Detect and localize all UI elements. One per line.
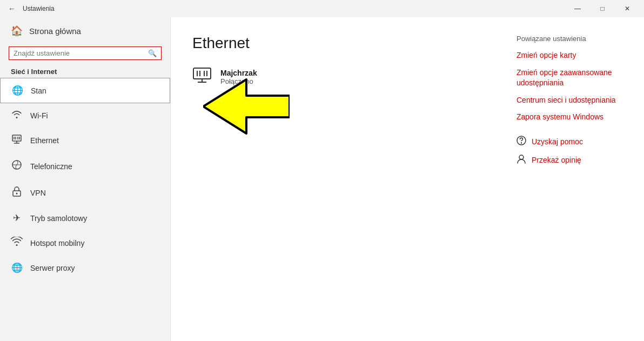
sidebar-item-serwer-proxy[interactable]: 🌐 Serwer proxy: [0, 256, 170, 280]
sidebar-item-wifi[interactable]: Wi-Fi: [0, 103, 170, 128]
sidebar-item-ethernet[interactable]: Ethernet: [0, 128, 170, 153]
svg-point-10: [16, 193, 18, 195]
help-item-uzyskaj-pomoc[interactable]: Uzyskaj pomoc: [516, 136, 631, 148]
home-icon: 🏠: [11, 25, 23, 37]
ethernet-icon: [11, 134, 23, 146]
sidebar-item-stan[interactable]: 🌐 Stan: [0, 78, 170, 103]
vpn-icon: [11, 186, 23, 199]
titlebar: ← Ustawienia — □ ✕: [0, 0, 644, 17]
link-zmien-opcje-zaawansowane[interactable]: Zmień opcje zaawansowane udostępniania: [516, 68, 631, 89]
sidebar-item-label-serwer-proxy: Serwer proxy: [30, 264, 75, 272]
sidebar-item-label-ethernet: Ethernet: [30, 136, 59, 145]
network-name: Majchrzak: [220, 69, 257, 77]
sidebar-item-hotspot[interactable]: Hotspot mobilny: [0, 230, 170, 256]
link-centrum-sieci[interactable]: Centrum sieci i udostępniania: [516, 95, 631, 106]
link-zapora[interactable]: Zapora systemu Windows: [516, 112, 631, 123]
help-section: Uzyskaj pomoc Przekaż opinię: [516, 136, 631, 166]
sidebar-item-label-telefoniczne: Telefoniczne: [30, 162, 72, 171]
search-input[interactable]: [14, 49, 145, 57]
page-title: Ethernet: [192, 35, 482, 52]
titlebar-title: Ustawienia: [23, 5, 565, 12]
main-layout: 🏠 Strona główna 🔍 Sieć i Internet 🌐 Stan…: [0, 17, 644, 341]
back-arrow-icon: ←: [8, 4, 16, 13]
titlebar-back-button[interactable]: ←: [4, 1, 19, 16]
sidebar-section-label: Sieć i Internet: [0, 64, 170, 78]
hotspot-icon: [11, 237, 23, 249]
sidebar-item-label-wifi: Wi-Fi: [30, 111, 48, 120]
sidebar-item-label-stan: Stan: [31, 86, 46, 95]
home-label: Strona główna: [29, 26, 81, 36]
help-label-uzyskaj-pomoc: Uzyskaj pomoc: [532, 137, 583, 146]
wifi-icon: [11, 110, 23, 121]
sidebar-item-label-hotspot: Hotspot mobilny: [30, 239, 84, 248]
minimize-button[interactable]: —: [565, 0, 590, 17]
tryb-samolotowy-icon: ✈: [11, 212, 23, 224]
window-controls: — □ ✕: [565, 0, 640, 17]
right-panel: Powiązane ustawienia Zmień opcje karty Z…: [504, 17, 644, 341]
svg-marker-18: [203, 79, 290, 133]
serwer-proxy-icon: 🌐: [11, 262, 23, 273]
sidebar-item-telefoniczne[interactable]: Telefoniczne: [0, 153, 170, 179]
sidebar-item-label-tryb-samolotowy: Tryb samolotowy: [30, 214, 87, 223]
sidebar: 🏠 Strona główna 🔍 Sieć i Internet 🌐 Stan…: [0, 17, 171, 341]
link-zmien-opcje-karty[interactable]: Zmień opcje karty: [516, 50, 631, 61]
search-icon: 🔍: [148, 49, 157, 57]
telefoniczne-icon: [11, 159, 23, 173]
svg-point-20: [519, 155, 524, 159]
sidebar-item-home[interactable]: 🏠 Strona główna: [0, 17, 170, 44]
sidebar-item-tryb-samolotowy[interactable]: ✈ Tryb samolotowy: [0, 206, 170, 230]
stan-icon: 🌐: [11, 85, 23, 96]
help-item-przekaz-opinie[interactable]: Przekaż opinię: [516, 154, 631, 166]
uzyskaj-pomoc-icon: [516, 136, 526, 148]
przekaz-opinie-icon: [516, 154, 526, 166]
related-title: Powiązane ustawienia: [516, 35, 631, 43]
search-box[interactable]: 🔍: [9, 46, 162, 60]
yellow-arrow: [203, 77, 290, 138]
content-area: Ethernet Majchrzak Połączono: [171, 17, 504, 341]
sidebar-item-vpn[interactable]: VPN: [0, 179, 170, 206]
help-label-przekaz-opinie: Przekaż opinię: [532, 156, 581, 164]
sidebar-item-label-vpn: VPN: [30, 189, 46, 197]
close-button[interactable]: ✕: [615, 0, 640, 17]
maximize-button[interactable]: □: [590, 0, 615, 17]
